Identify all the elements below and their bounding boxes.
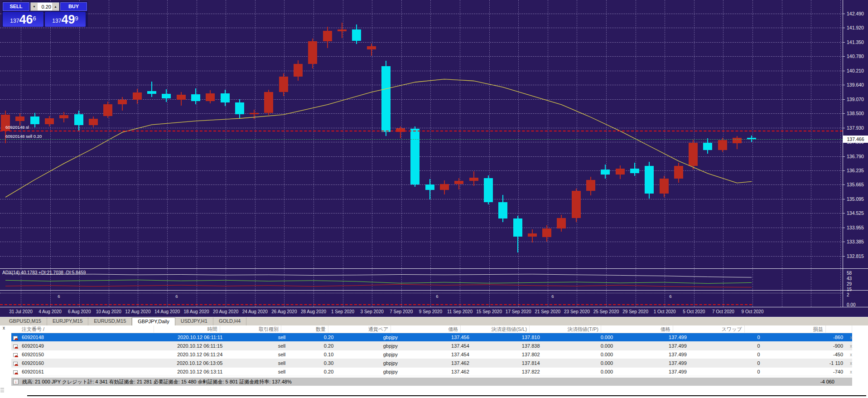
- chart-tab-eurjpy-m15[interactable]: EURJPY,M15: [47, 317, 88, 325]
- pane-separator[interactable]: [0, 290, 868, 291]
- date-gridline: [811, 269, 811, 290]
- candlestick: [718, 140, 727, 150]
- order-cell: 137.499: [615, 352, 689, 357]
- axis-tick: [843, 184, 845, 185]
- table-row[interactable]: 609201482020.10.12 06:11:11sell0.20gbpjp…: [11, 333, 852, 342]
- order-cell: 137.822: [472, 369, 542, 374]
- candle-wick: [151, 82, 152, 97]
- candlestick: [308, 41, 317, 64]
- date-gridline: [372, 291, 372, 307]
- dropdown-arrow-icon[interactable]: ▼: [31, 3, 38, 10]
- sell-order-icon: [13, 345, 18, 349]
- close-order-icon[interactable]: x: [845, 335, 852, 340]
- candlestick: [572, 191, 581, 218]
- date-gridline: [694, 269, 694, 290]
- price-axis-label: 134.525: [847, 210, 864, 216]
- date-gridline: [665, 0, 665, 268]
- lot-size-input[interactable]: [38, 3, 52, 10]
- close-order-icon[interactable]: x: [845, 352, 852, 357]
- buy-price-display[interactable]: 137 49 9: [45, 12, 86, 27]
- order-cell: 通貨ペア: [328, 325, 391, 333]
- secondary-indicator-pane[interactable]: 66666: [0, 291, 843, 307]
- order-ticket-cell: 60920149: [11, 343, 158, 349]
- date-axis-label: 23 Sep 2020: [564, 309, 590, 314]
- buy-button[interactable]: BUY: [60, 2, 87, 11]
- date-gridline: [460, 291, 460, 307]
- order-cell: gbpjpy: [336, 343, 400, 349]
- close-order-icon[interactable]: x: [845, 361, 852, 366]
- date-gridline: [840, 291, 841, 307]
- date-gridline: [782, 0, 782, 268]
- candlestick: [250, 113, 259, 114]
- order-cell: 2020.10.12 06:13:05: [158, 360, 225, 366]
- close-icon[interactable]: x: [1, 325, 6, 330]
- sell-price-display[interactable]: 137 46 6: [3, 12, 43, 27]
- account-summary-row[interactable]: ↓ 残高: 21 000 JPY クレジット計: 4 341 有効証拠金: 21…: [11, 378, 852, 386]
- price-axis-label: 141.350: [847, 39, 864, 45]
- date-gridline: [636, 291, 636, 307]
- order-cell: 137.810: [472, 335, 542, 340]
- close-order-icon[interactable]: x: [845, 344, 852, 349]
- chart-tab-usdjpy-h1[interactable]: USDJPY,H1: [175, 317, 213, 325]
- order-cell: 0.000: [542, 343, 616, 349]
- table-row[interactable]: 609201492020.10.12 06:11:15sell0.20gbpjp…: [11, 342, 852, 350]
- sell-button[interactable]: SELL: [3, 2, 29, 11]
- date-gridline: [284, 269, 285, 290]
- table-row[interactable]: 609201502020.10.12 06:11:24sell0.10gbpjp…: [11, 350, 852, 359]
- price-axis-label: 140.210: [847, 68, 864, 73]
- price-axis-label: 135.665: [847, 182, 864, 187]
- date-axis-label: 17 Sep 2020: [506, 309, 531, 314]
- date-gridline: [109, 291, 109, 307]
- close-order-icon[interactable]: x: [845, 369, 852, 374]
- date-gridline: [313, 0, 314, 268]
- candlestick: [645, 166, 654, 194]
- up-arrow-icon[interactable]: ▲: [52, 3, 59, 10]
- date-gridline: [255, 0, 256, 268]
- order-cell: 137.456: [400, 335, 472, 340]
- indicator-scale-label: 0.00: [847, 302, 855, 307]
- date-gridline: [548, 291, 548, 307]
- bottom-strip: [0, 386, 868, 398]
- candlestick: [440, 184, 449, 190]
- price-axis-label: 133.385: [847, 239, 864, 244]
- order-cell: sell: [225, 343, 288, 349]
- price-axis-label: 136.235: [847, 168, 864, 173]
- date-gridline: [401, 269, 402, 290]
- orders-table-header: 注文番号 /時間取引種別数量通貨ペア価格決済逆指値(S/L)決済指値(T/P)価…: [11, 325, 852, 333]
- chart-tab-gbpjpy-daily[interactable]: GBPJPY,Daily: [132, 317, 175, 325]
- main-price-pane[interactable]: 60920148 sl60920148 sell 0.20: [0, 0, 843, 268]
- order-cell: sell: [225, 360, 288, 366]
- order-cell: sell: [225, 369, 288, 374]
- pane-separator[interactable]: [0, 268, 868, 269]
- axis-tick: [843, 85, 845, 85]
- order-cell: 0.000: [542, 352, 616, 357]
- adx-lines: [0, 269, 843, 290]
- date-gridline: [109, 0, 109, 268]
- adx-indicator-pane[interactable]: ADX(14) 40.1783 +DI:21.7038 -DI:5.8459: [0, 269, 843, 290]
- price-chart[interactable]: 60920148 sl60920148 sell 0.20 ADX(14) 40…: [0, 0, 868, 317]
- date-gridline: [372, 269, 372, 290]
- candlestick: [103, 104, 112, 116]
- price-axis-label: 135.095: [847, 196, 864, 202]
- table-row[interactable]: 609201602020.10.12 06:13:05sell0.30gbpjp…: [11, 359, 852, 368]
- axis-tick: [843, 128, 845, 128]
- order-cell: 137.499: [615, 335, 689, 340]
- date-gridline: [782, 291, 782, 307]
- date-gridline: [255, 269, 256, 290]
- table-row[interactable]: 609201612020.10.12 06:13:11sell0.20gbpjp…: [11, 368, 852, 376]
- price-axis-label: 136.790: [847, 154, 864, 159]
- order-ticket-cell: 60920160: [11, 360, 158, 366]
- date-axis-label: 28 Aug 2020: [301, 309, 326, 314]
- price-axis-border: [843, 0, 843, 307]
- candlestick: [425, 184, 434, 190]
- candle-wick: [254, 110, 255, 119]
- chart-tab-eurusd-m15[interactable]: EURUSD,M15: [88, 317, 132, 325]
- date-gridline: [665, 291, 665, 307]
- sell-order-icon: [13, 336, 18, 340]
- order-cell: 価格: [391, 325, 461, 333]
- chart-tab-gold-h4[interactable]: GOLD,H4: [213, 317, 246, 325]
- date-gridline: [430, 291, 431, 307]
- current-price-tag: 137.466: [843, 136, 868, 143]
- chart-tab-gbpusd-m15[interactable]: GBPUSD,M15: [4, 317, 47, 325]
- indicator-scale-label: 2: [847, 292, 849, 297]
